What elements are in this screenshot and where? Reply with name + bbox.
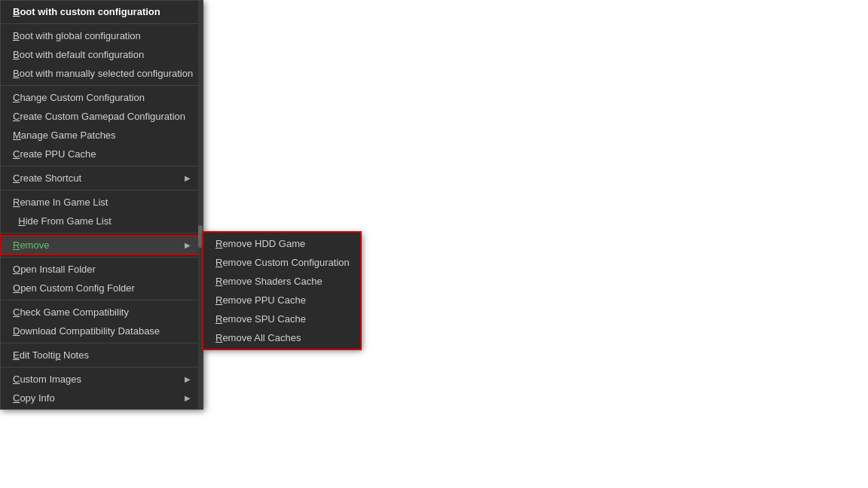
open-install-item[interactable]: Open Install Folder (1, 260, 203, 279)
submenu-arrow: ▶ (185, 174, 191, 182)
hide-game-item[interactable]: Hide From Game List (1, 212, 203, 230)
separator (1, 85, 203, 86)
copy-info-item[interactable]: Copy Info ▶ (1, 389, 203, 407)
submenu-arrow: ▶ (185, 375, 191, 383)
remove-ppu-item[interactable]: Remove PPU Cache (203, 291, 360, 310)
context-menu: Boot with custom configuration Boot with… (0, 0, 203, 410)
change-config-item[interactable]: Change Custom Configuration (1, 88, 203, 107)
remove-item[interactable]: Remove ▶ (1, 236, 203, 255)
remove-hdd-item[interactable]: Remove HDD Game (203, 234, 360, 253)
manage-patches-item[interactable]: Manage Game Patches (1, 126, 203, 145)
separator (1, 300, 203, 300)
check-compat-item[interactable]: Check Game Compatibility (1, 303, 203, 322)
custom-images-item[interactable]: Custom Images ▶ (1, 370, 203, 389)
separator (1, 367, 203, 368)
separator (1, 23, 203, 24)
create-ppu-item[interactable]: Create PPU Cache (1, 145, 203, 163)
open-config-folder-item[interactable]: Open Custom Config Folder (1, 279, 203, 297)
boot-manual-item[interactable]: Boot with manually selected configuratio… (1, 64, 203, 83)
submenu-arrow: ▶ (185, 394, 191, 402)
remove-custom-config-item[interactable]: Remove Custom Configuration (203, 253, 360, 272)
rename-game-item[interactable]: Rename In Game List (1, 193, 203, 212)
boot-global-item[interactable]: Boot with global configuration (1, 26, 203, 45)
download-compat-item[interactable]: Download Compatibility Database (1, 322, 203, 340)
separator (1, 190, 203, 191)
separator (1, 343, 203, 343)
remove-all-caches-item[interactable]: Remove All Caches (203, 328, 360, 347)
separator (1, 257, 203, 258)
remove-shaders-item[interactable]: Remove Shaders Cache (203, 272, 360, 291)
create-gamepad-item[interactable]: Create Custom Gamepad Configuration (1, 107, 203, 126)
boot-default-item[interactable]: Boot with default configuration (1, 45, 203, 64)
submenu-arrow: ▶ (185, 241, 191, 249)
remove-submenu: Remove HDD Game Remove Custom Configurat… (203, 232, 361, 349)
edit-tooltip-item[interactable]: Edit Tooltip Notes (1, 346, 203, 364)
create-shortcut-item[interactable]: Create Shortcut ▶ (1, 169, 203, 188)
boot-custom-header: Boot with custom configuration (1, 2, 203, 21)
remove-spu-item[interactable]: Remove SPU Cache (203, 310, 360, 328)
separator (1, 166, 203, 166)
separator (1, 233, 203, 233)
